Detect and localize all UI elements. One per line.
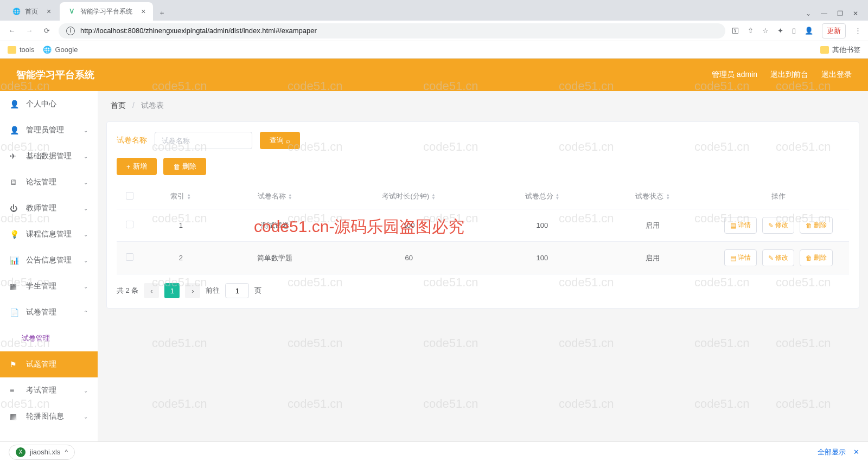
bookmark-google[interactable]: 🌐 Google: [43, 46, 78, 54]
chevron-down-icon: ⌄: [84, 388, 88, 394]
user-icon: 👤: [10, 100, 20, 108]
edit-button[interactable]: ✎修改: [762, 217, 794, 234]
detail-button[interactable]: ▤详情: [724, 249, 757, 266]
sidebar-item[interactable]: 📊公告信息管理⌄: [0, 247, 98, 273]
cell-duration: 100: [331, 209, 487, 242]
share-icon[interactable]: ⇧: [748, 27, 754, 35]
doc-icon: ▤: [730, 222, 736, 229]
chevron-down-icon: ⌄: [84, 179, 88, 185]
next-page-button[interactable]: ›: [185, 283, 200, 298]
add-button[interactable]: + 新增: [117, 158, 157, 175]
sidebar-sub-exam-paper[interactable]: 试卷管理: [0, 325, 98, 351]
vue-icon: V: [67, 7, 76, 16]
sidebar-item[interactable]: ≡考试管理⌄: [0, 377, 98, 403]
logout-button[interactable]: 退出登录: [821, 70, 852, 80]
sidebar-item[interactable]: 💡课程信息管理⌄: [0, 221, 98, 247]
user-label[interactable]: 管理员 admin: [712, 70, 757, 80]
trash-icon: 🗑: [806, 222, 812, 229]
bookmark-other[interactable]: 其他书签: [820, 45, 860, 55]
search-icon: ⌕: [286, 137, 290, 145]
new-tab-button[interactable]: ＋: [154, 5, 169, 21]
cell-score: 100: [487, 242, 598, 274]
menu-icon[interactable]: ⋮: [854, 27, 861, 35]
update-button[interactable]: 更新: [822, 23, 846, 39]
forward-icon[interactable]: →: [24, 25, 35, 36]
tab-app[interactable]: V 智能学习平台系统 ×: [60, 2, 153, 21]
chevron-down-icon: ⌄: [84, 232, 88, 238]
table-header[interactable]: 索引▲▼: [143, 184, 219, 209]
doc-icon: 📄: [10, 308, 20, 317]
tab-home[interactable]: 🌐 首页 ×: [4, 2, 59, 21]
tab-label: 智能学习平台系统: [80, 7, 132, 16]
table-row: 2 简单数学题 60 100 启用 ▤详情 ✎修改 🗑删除: [117, 242, 849, 274]
page-suffix: 页: [254, 286, 261, 296]
table-header: [117, 184, 143, 209]
close-icon[interactable]: ×: [141, 7, 145, 16]
maximize-icon[interactable]: ❐: [837, 10, 843, 17]
edit-button[interactable]: ✎修改: [762, 249, 794, 266]
sidebar-item[interactable]: 📄试卷管理⌃: [0, 299, 98, 325]
cell-index: 1: [143, 209, 219, 242]
browser-tab-strip: 🌐 首页 × V 智能学习平台系统 × ＋ ⌄ — ❐ ✕: [0, 0, 868, 21]
table-header: 操作: [708, 184, 849, 209]
sort-icon: ▲▼: [288, 194, 292, 200]
chevron-down-icon: ⌄: [84, 206, 88, 211]
table-header[interactable]: 试卷状态▲▼: [597, 184, 708, 209]
delete-row-button[interactable]: 🗑删除: [800, 217, 833, 234]
delete-row-button[interactable]: 🗑删除: [800, 249, 833, 266]
delete-button[interactable]: 🗑 删除: [163, 158, 206, 175]
minimize-icon[interactable]: —: [821, 10, 827, 17]
sidebar-item[interactable]: ✈基础数据管理⌄: [0, 143, 98, 169]
window-dropdown-icon[interactable]: ⌄: [806, 10, 811, 17]
table-header[interactable]: 试卷名称▲▼: [219, 184, 331, 209]
row-checkbox[interactable]: [126, 253, 133, 261]
close-window-icon[interactable]: ✕: [853, 10, 858, 17]
key-icon[interactable]: ⚿: [732, 27, 739, 35]
main-content: 首页 / 试卷表 试卷名称 查询 ⌕ + 新增 🗑 删除: [98, 91, 868, 441]
chevron-down-icon: ⌄: [84, 127, 88, 133]
star-icon[interactable]: ☆: [762, 27, 769, 35]
app-header: 智能学习平台系统 管理员 admin 退出到前台 退出登录: [0, 59, 868, 91]
bookmark-tools[interactable]: tools: [8, 46, 34, 54]
sidebar-item[interactable]: ▦轮播图信息⌄: [0, 403, 98, 429]
close-icon[interactable]: ×: [47, 7, 51, 16]
sidebar-item-question[interactable]: ⚑试题管理: [0, 351, 98, 377]
url-text: http://localhost:8080/zhinengxuexipingta…: [80, 27, 317, 35]
table-header[interactable]: 考试时长(分钟)▲▼: [331, 184, 487, 209]
cell-status: 启用: [597, 242, 708, 274]
panel-icon[interactable]: ▯: [792, 27, 796, 35]
sidebar-item[interactable]: 🖥论坛管理⌄: [0, 169, 98, 195]
back-icon[interactable]: ←: [7, 25, 17, 36]
grid-icon: ▦: [10, 412, 20, 421]
pagination: 共 2 条 ‹ 1 › 前往 页: [117, 283, 849, 298]
page-1-button[interactable]: 1: [164, 283, 180, 298]
power-icon: ⏻: [10, 204, 20, 213]
sort-icon: ▲▼: [666, 194, 670, 200]
extension-icon[interactable]: ✦: [777, 27, 783, 35]
sidebar: 👤个人中心👤管理员管理⌄✈基础数据管理⌄🖥论坛管理⌄⏻教师管理⌄💡课程信息管理⌄…: [0, 91, 98, 441]
cell-duration: 60: [331, 242, 487, 274]
goto-input[interactable]: [225, 283, 249, 298]
address-bar[interactable]: i http://localhost:8080/zhinengxuexiping…: [59, 23, 725, 39]
search-input[interactable]: [155, 132, 252, 149]
sidebar-item[interactable]: ⏻教师管理⌄: [0, 195, 98, 221]
chevron-up-icon: ⌃: [84, 310, 88, 316]
profile-icon[interactable]: 👤: [805, 27, 813, 35]
search-label: 试卷名称: [117, 136, 147, 145]
row-checkbox[interactable]: [126, 221, 133, 228]
sidebar-item[interactable]: 👤管理员管理⌄: [0, 117, 98, 143]
sidebar-item[interactable]: 👤个人中心: [0, 91, 98, 117]
select-all-checkbox[interactable]: [126, 192, 133, 200]
query-button[interactable]: 查询 ⌕: [260, 132, 300, 149]
user-icon: 👤: [10, 126, 20, 134]
chart-icon: 📊: [10, 256, 20, 265]
table-header[interactable]: 试卷总分▲▼: [487, 184, 598, 209]
breadcrumb-home[interactable]: 首页: [111, 101, 126, 110]
reload-icon[interactable]: ⟳: [41, 25, 52, 36]
sidebar-item[interactable]: ▦学生管理⌄: [0, 273, 98, 299]
detail-button[interactable]: ▤详情: [724, 217, 757, 234]
cell-status: 启用: [597, 209, 708, 242]
prev-page-button[interactable]: ‹: [144, 283, 159, 298]
logout-front-button[interactable]: 退出到前台: [770, 70, 808, 80]
info-icon[interactable]: i: [66, 27, 75, 35]
